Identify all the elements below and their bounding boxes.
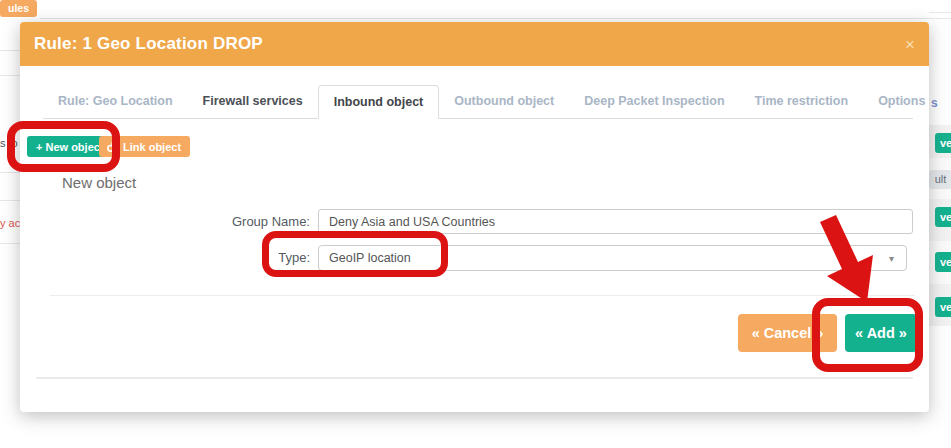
page: ules s to y ac s ve ult ve ve ve Rule: 1… — [0, 0, 951, 448]
bg-text-fragment-red: y ac — [0, 217, 20, 229]
tab-rule-geo-location[interactable]: Rule: Geo Location — [43, 85, 188, 118]
type-select-value: GeoIP location — [329, 251, 411, 265]
default-badge-cropped[interactable]: ult — [929, 170, 951, 189]
cancel-button[interactable]: « Cancel » — [738, 314, 837, 352]
bg-row-divider — [0, 172, 20, 173]
divider — [36, 377, 913, 379]
save-button-cropped[interactable]: ve — [935, 297, 951, 317]
rules-button-cropped[interactable]: ules — [0, 0, 37, 17]
tab-time-restriction[interactable]: Time restriction — [740, 85, 864, 118]
link-icon — [106, 140, 119, 153]
type-label: Type: — [20, 250, 310, 265]
group-name-label: Group Name: — [20, 214, 310, 229]
save-button-cropped[interactable]: ve — [935, 133, 951, 153]
link-object-button[interactable]: Link object — [99, 136, 190, 157]
tab-inbound-object[interactable]: Inbound object — [318, 85, 440, 119]
bg-table-border — [40, 18, 951, 19]
save-button-cropped[interactable]: ve — [935, 207, 951, 227]
type-select[interactable]: GeoIP location ▾ — [318, 245, 907, 271]
bg-row-divider — [0, 50, 20, 51]
tab-firewall-services[interactable]: Firewall services — [188, 85, 318, 118]
tab-options[interactable]: Options — [863, 85, 940, 118]
bg-text-fragment: s to — [0, 137, 18, 149]
tab-deep-packet-inspection[interactable]: Deep Packet Inspection — [569, 85, 739, 118]
save-button-cropped[interactable]: ve — [935, 252, 951, 272]
divider — [50, 295, 915, 296]
bg-row-divider — [0, 243, 20, 244]
bg-row-divider — [0, 75, 20, 76]
section-title: New object — [62, 174, 136, 191]
modal-tabbar: Rule: Geo Location Firewall services Inb… — [43, 85, 913, 119]
modal-header: Rule: 1 Geo Location DROP × — [20, 22, 929, 66]
add-button[interactable]: « Add » — [845, 314, 917, 352]
close-icon[interactable]: × — [905, 36, 915, 53]
chevron-down-icon: ▾ — [889, 253, 894, 264]
tab-outbound-object[interactable]: Outbound object — [439, 85, 569, 118]
modal-title: Rule: 1 Geo Location DROP — [34, 34, 263, 54]
group-name-input[interactable] — [318, 209, 913, 234]
link-object-label: Link object — [123, 141, 181, 153]
rule-edit-modal: Rule: 1 Geo Location DROP × Rule: Geo Lo… — [20, 22, 929, 412]
bg-table-border — [929, 12, 951, 13]
bg-row-divider — [0, 200, 20, 201]
